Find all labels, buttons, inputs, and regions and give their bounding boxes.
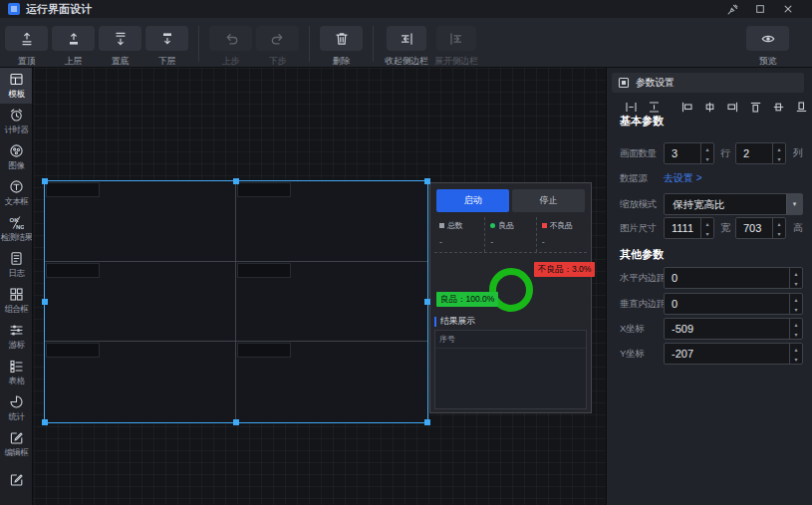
- sidebar-item-label: 模板: [9, 89, 25, 101]
- y-coord-row: Y坐标 ▴▾: [607, 343, 812, 365]
- image-height-input[interactable]: [736, 218, 772, 238]
- v-padding-input[interactable]: [665, 294, 789, 314]
- datasource-row: 数据源 去设置 >: [607, 170, 812, 186]
- sidebar-item-stats[interactable]: 统计: [0, 390, 33, 426]
- expand-panel-icon: [448, 31, 464, 47]
- x-coord-label: X坐标: [620, 318, 644, 340]
- table-column-header: 序号: [435, 331, 586, 349]
- expand-sidebar-button[interactable]: 展开侧边栏: [432, 26, 480, 68]
- start-button[interactable]: 启动: [436, 189, 509, 212]
- rows-input[interactable]: [665, 143, 700, 163]
- selection-handle-top-left[interactable]: [42, 178, 48, 184]
- rows-input-wrap: ▴▾: [664, 142, 714, 164]
- align-left-button[interactable]: [680, 100, 693, 114]
- window-title: 运行界面设计: [26, 2, 92, 17]
- image-width-wrap: ▴▾: [664, 217, 714, 239]
- align-bottom-button[interactable]: [795, 100, 808, 114]
- align-middle-vertical-button[interactable]: [772, 100, 785, 114]
- v-padding-spinner[interactable]: ▴▾: [789, 294, 802, 314]
- selection-handle-bottom-mid[interactable]: [233, 419, 239, 425]
- selection-handle-top-mid[interactable]: [233, 178, 239, 184]
- sidebar-item-detect-result[interactable]: OKNG 检测结果: [0, 211, 33, 247]
- datasource-link[interactable]: 去设置 >: [664, 170, 702, 186]
- h-padding-input[interactable]: [665, 268, 789, 288]
- distribute-horizontal-button[interactable]: [625, 100, 638, 114]
- send-to-back-icon: [113, 31, 129, 47]
- collapse-sidebar-button[interactable]: 收起侧边栏: [383, 26, 430, 68]
- undo-button[interactable]: 上步: [208, 26, 253, 68]
- stat-value: -: [490, 237, 530, 247]
- h-padding-spinner[interactable]: ▴▾: [789, 268, 802, 288]
- basic-params-title: 基本参数: [620, 114, 664, 128]
- template-cell[interactable]: [45, 262, 236, 343]
- pin-icon[interactable]: [726, 3, 738, 15]
- selection-handle-top-right[interactable]: [424, 178, 430, 184]
- preview-button[interactable]: 预览: [745, 26, 790, 68]
- redo-button[interactable]: 下步: [255, 26, 300, 68]
- sidebar-item-slider[interactable]: 游标: [0, 319, 33, 355]
- rows-spinner[interactable]: ▴▾: [700, 143, 713, 163]
- sidebar-item-editbox[interactable]: 编辑框: [0, 426, 33, 462]
- layer-down-button[interactable]: 下层: [144, 26, 189, 68]
- stat-label: 不良品: [550, 220, 573, 231]
- stat-value: -: [542, 237, 582, 247]
- selection-handle-bottom-left[interactable]: [42, 419, 48, 425]
- log-icon: [9, 250, 24, 266]
- selection-handle-mid-left[interactable]: [42, 299, 48, 305]
- design-canvas[interactable]: 启动 停止 总数 - 良品 -: [34, 68, 606, 505]
- toolbar-separator: [373, 26, 374, 62]
- cols-input[interactable]: [736, 143, 772, 163]
- inspector-panel: 参数设置: [606, 68, 812, 505]
- template-cell[interactable]: [45, 181, 236, 262]
- sidebar-item-extra[interactable]: [0, 462, 33, 498]
- chevron-down-icon: ▾: [786, 194, 802, 214]
- send-to-back-button[interactable]: 置底: [98, 26, 142, 68]
- y-coord-spinner[interactable]: ▴▾: [789, 344, 802, 364]
- image-width-spinner[interactable]: ▴▾: [700, 218, 713, 238]
- sidebar-item-template[interactable]: 模板: [0, 68, 33, 104]
- inspector-title: 参数设置: [636, 76, 675, 90]
- v-padding-label: 垂直内边距: [620, 293, 666, 315]
- widget-sidebar: 模板 计时器 图像 文本框 OKNG 检测结果: [0, 68, 33, 505]
- collapse-sidebar-label: 收起侧边栏: [385, 55, 428, 68]
- selection-handle-bottom-right[interactable]: [424, 419, 430, 425]
- distribute-vertical-button[interactable]: [648, 100, 661, 114]
- y-coord-input[interactable]: [665, 344, 789, 364]
- titlebar: 运行界面设计: [0, 0, 812, 18]
- scale-mode-label: 缩放模式: [620, 193, 657, 215]
- layer-up-button[interactable]: 上层: [51, 26, 96, 68]
- template-cell[interactable]: [236, 262, 427, 343]
- close-icon[interactable]: [782, 3, 794, 15]
- scale-mode-select[interactable]: 保持宽高比 ▾: [664, 193, 803, 215]
- sidebar-item-combobox[interactable]: 组合框: [0, 283, 33, 319]
- align-right-button[interactable]: [726, 100, 739, 114]
- h-padding-wrap: ▴▾: [664, 267, 803, 289]
- stop-button[interactable]: 停止: [512, 189, 585, 212]
- image-height-spinner[interactable]: ▴▾: [772, 218, 785, 238]
- delete-button[interactable]: 删除: [319, 26, 364, 68]
- selection-handle-mid-right[interactable]: [424, 299, 430, 305]
- bring-to-front-button[interactable]: 置顶: [4, 26, 49, 68]
- align-top-button[interactable]: [749, 100, 762, 114]
- table-list-icon: [9, 358, 24, 374]
- sidebar-item-log[interactable]: 日志: [0, 247, 33, 283]
- sidebar-item-image[interactable]: 图像: [0, 139, 33, 175]
- template-cell[interactable]: [236, 181, 427, 262]
- template-cell[interactable]: [45, 342, 236, 422]
- align-center-horizontal-button[interactable]: [703, 100, 716, 114]
- image-width-input[interactable]: [665, 218, 700, 238]
- template-cell[interactable]: [236, 342, 427, 422]
- screen-count-label: 画面数量: [620, 142, 657, 164]
- image-height-wrap: ▴▾: [735, 217, 786, 239]
- sidebar-item-textbox[interactable]: 文本框: [0, 175, 33, 211]
- template-widget[interactable]: [44, 180, 428, 423]
- cols-spinner[interactable]: ▴▾: [772, 143, 785, 163]
- result-panel-widget[interactable]: 启动 停止 总数 - 良品 -: [429, 182, 592, 413]
- sidebar-item-timer[interactable]: 计时器: [0, 104, 33, 139]
- x-coord-spinner[interactable]: ▴▾: [789, 319, 802, 339]
- panel-toggle-group: 收起侧边栏 展开侧边栏: [383, 26, 480, 68]
- sidebar-item-table[interactable]: 表格: [0, 355, 33, 390]
- cell-label-box: [237, 263, 291, 278]
- x-coord-input[interactable]: [665, 319, 789, 339]
- maximize-icon[interactable]: [754, 3, 766, 15]
